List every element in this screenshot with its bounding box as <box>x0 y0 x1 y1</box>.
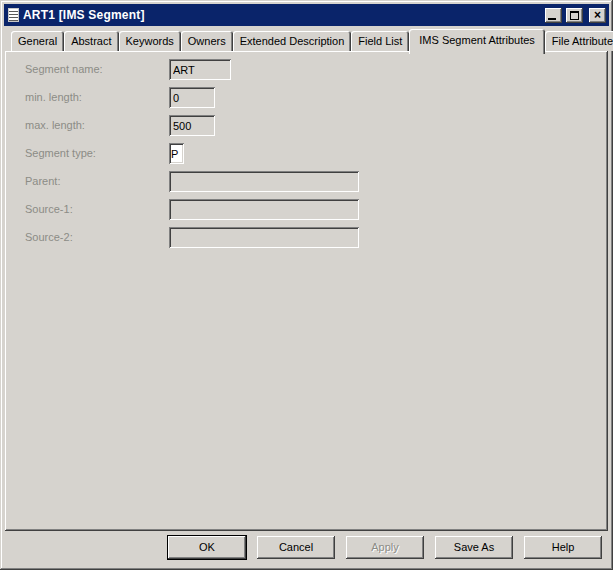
ok-button[interactable]: OK <box>168 536 246 559</box>
cancel-button[interactable]: Cancel <box>257 536 335 559</box>
document-icon <box>8 8 19 22</box>
apply-button: Apply <box>346 536 424 559</box>
close-button[interactable]: × <box>589 8 606 23</box>
save-as-button[interactable]: Save As <box>435 536 513 559</box>
dialog-window: ART1 [IMS Segment] × General Abstract Ke… <box>0 0 613 570</box>
source-1-label: Source-1: <box>25 203 73 215</box>
source-2-field[interactable] <box>169 227 359 248</box>
segment-type-field[interactable] <box>169 143 184 164</box>
tab-owners[interactable]: Owners <box>181 31 233 51</box>
parent-label: Parent: <box>25 175 60 187</box>
dialog-button-row: OK Cancel Apply Save As Help <box>168 536 602 559</box>
tab-label: File Attributes <box>552 35 613 47</box>
maximize-icon <box>570 11 579 20</box>
tab-general[interactable]: General <box>11 31 64 51</box>
tab-ims-segment-attributes[interactable]: IMS Segment Attributes <box>409 29 545 54</box>
tab-extended-description[interactable]: Extended Description <box>233 31 352 51</box>
window-title: ART1 [IMS Segment] <box>23 8 541 23</box>
tab-field-list[interactable]: Field List <box>351 31 409 51</box>
form-row-min-length: min. length: <box>5 87 608 108</box>
segment-type-label: Segment type: <box>25 147 96 159</box>
titlebar[interactable]: ART1 [IMS Segment] × <box>4 4 609 26</box>
ims-segment-attributes-panel: Segment name: min. length: max. length: … <box>5 51 608 531</box>
segment-name-label: Segment name: <box>25 63 103 75</box>
form-row-max-length: max. length: <box>5 115 608 136</box>
tab-label: Abstract <box>71 35 111 47</box>
tab-label: Extended Description <box>240 35 345 47</box>
min-length-label: min. length: <box>25 91 82 103</box>
form-row-source-1: Source-1: <box>5 199 608 220</box>
max-length-label: max. length: <box>25 119 85 131</box>
form-row-parent: Parent: <box>5 171 608 192</box>
close-icon: × <box>594 9 601 21</box>
source-2-label: Source-2: <box>25 231 73 243</box>
form-row-segment-name: Segment name: <box>5 59 608 80</box>
tab-label: IMS Segment Attributes <box>419 34 535 46</box>
tab-file-attributes[interactable]: File Attributes <box>545 31 613 51</box>
min-length-field[interactable] <box>169 87 215 108</box>
maximize-button[interactable] <box>566 8 583 23</box>
tab-label: Field List <box>358 35 402 47</box>
tab-label: Keywords <box>126 35 174 47</box>
form-row-segment-type: Segment type: <box>5 143 608 164</box>
tab-keywords[interactable]: Keywords <box>119 31 181 51</box>
source-1-field[interactable] <box>169 199 359 220</box>
segment-name-field[interactable] <box>169 59 231 80</box>
tab-label: Owners <box>188 35 226 47</box>
form-row-source-2: Source-2: <box>5 227 608 248</box>
tab-label: General <box>18 35 57 47</box>
tab-abstract[interactable]: Abstract <box>64 31 118 51</box>
help-button[interactable]: Help <box>524 536 602 559</box>
max-length-field[interactable] <box>169 115 215 136</box>
tab-bar: General Abstract Keywords Owners Extende… <box>5 29 608 51</box>
parent-field[interactable] <box>169 171 359 192</box>
minimize-icon <box>548 18 556 20</box>
minimize-button[interactable] <box>545 8 562 23</box>
